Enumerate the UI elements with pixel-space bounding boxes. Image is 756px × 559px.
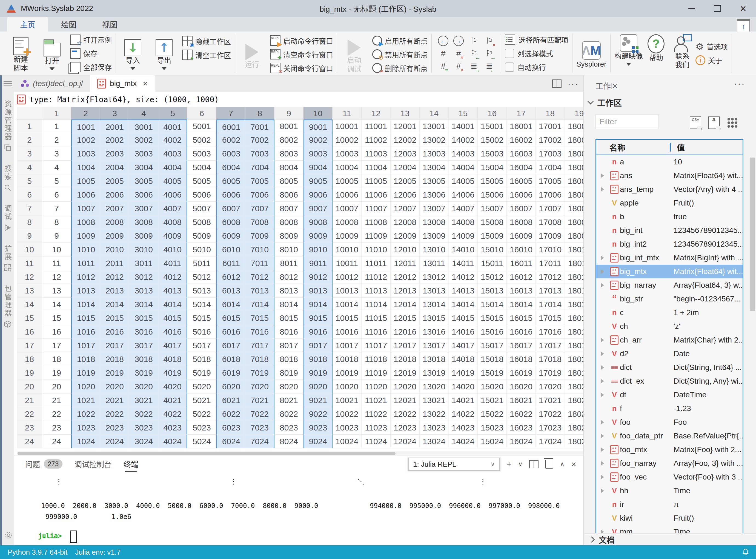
matrix-cell[interactable]: 15018 <box>478 352 507 366</box>
matrix-cell[interactable]: 18009 <box>565 229 583 243</box>
sysplorer-button[interactable]: ΛM Sysplorer <box>576 31 606 75</box>
matrix-cell[interactable]: 16017 <box>507 339 536 352</box>
matrix-cell[interactable]: 9003 <box>303 147 333 161</box>
open-button[interactable]: 打开 <box>39 36 65 70</box>
matrix-cell[interactable]: 2003 <box>100 147 129 161</box>
matrix-cell[interactable]: 17008 <box>536 216 565 229</box>
matrix-col-header[interactable]: 16 <box>478 107 507 119</box>
matrix-cell[interactable]: 2009 <box>100 229 129 243</box>
matrix-cell[interactable]: 7024 <box>246 434 274 448</box>
matrix-cell[interactable]: 4013 <box>158 284 187 297</box>
matrix-cell[interactable]: 17019 <box>536 366 565 380</box>
matrix-cell[interactable]: 2024 <box>100 434 129 448</box>
matrix-cell[interactable]: 11010 <box>362 243 391 256</box>
sidebar-item-search[interactable]: 搜索 <box>3 165 13 193</box>
matrix-cell[interactable]: 5016 <box>187 325 216 339</box>
matrix-cell[interactable]: 4001 <box>158 119 187 133</box>
matrix-cell[interactable]: 18022 <box>565 407 583 421</box>
matrix-cell[interactable]: 23 <box>42 421 71 434</box>
settings-gear-icon[interactable] <box>2 531 15 539</box>
matrix-cell[interactable]: 13010 <box>420 243 449 256</box>
matrix-cell[interactable]: 12010 <box>391 243 420 256</box>
matrix-cell[interactable]: 14015 <box>449 311 478 325</box>
matrix-cell[interactable]: 4003 <box>158 147 187 161</box>
terminal-output[interactable]: ⋮ ⋮ ⋱ ⋮ 1000.0 2000.0 3000.0 4000.0 5000… <box>14 472 583 546</box>
workspace-row-big_int2[interactable]: nbig_int2123456789012345... <box>596 237 742 251</box>
matrix-cell[interactable]: 9007 <box>303 202 333 216</box>
sidebar-item-package-manager[interactable]: 包管理器 <box>3 285 13 329</box>
matrix-cell[interactable]: 1013 <box>71 284 100 297</box>
matrix-cell[interactable]: 14009 <box>449 229 478 243</box>
matrix-cell[interactable]: 4010 <box>158 243 187 256</box>
matrix-row-header[interactable]: 6 <box>17 188 42 202</box>
matrix-cell[interactable]: 9016 <box>303 325 333 339</box>
matrix-cell[interactable]: 18014 <box>565 297 583 311</box>
expand-arrow-icon[interactable] <box>601 351 607 356</box>
matrix-cell[interactable]: 6 <box>42 188 71 202</box>
matrix-cell[interactable]: 4018 <box>158 352 187 366</box>
matrix-cell[interactable]: 3016 <box>129 325 158 339</box>
matrix-cell[interactable]: 3018 <box>129 352 158 366</box>
matrix-cell[interactable]: 6008 <box>216 216 246 229</box>
workspace-row-d2[interactable]: Vd2Date <box>596 347 742 361</box>
matrix-cell[interactable]: 20 <box>42 380 71 394</box>
matrix-cell[interactable]: 17023 <box>536 421 565 434</box>
matrix-cell[interactable]: 17 <box>42 339 71 352</box>
matrix-cell[interactable]: 16005 <box>507 174 536 188</box>
matrix-cell[interactable]: 6020 <box>216 380 246 394</box>
matrix-cell[interactable]: 1016 <box>71 325 100 339</box>
matrix-col-header[interactable]: 5 <box>158 107 187 119</box>
matrix-cell[interactable]: 8016 <box>274 325 303 339</box>
matrix-row-header[interactable]: 8 <box>17 216 42 229</box>
matrix-cell[interactable]: 2002 <box>100 133 129 147</box>
matrix-row-header[interactable]: 3 <box>17 147 42 161</box>
matrix-cell[interactable]: 9017 <box>303 339 333 352</box>
matrix-cell[interactable]: 13019 <box>420 366 449 380</box>
matrix-cell[interactable]: 7022 <box>246 407 274 421</box>
matrix-cell[interactable]: 13023 <box>420 421 449 434</box>
matrix-cell[interactable]: 13020 <box>420 380 449 394</box>
matrix-row-header[interactable]: 5 <box>17 174 42 188</box>
matrix-cell[interactable]: 17007 <box>536 202 565 216</box>
matrix-cell[interactable]: 11018 <box>362 352 391 366</box>
workspace-scrollbar[interactable] <box>750 158 755 311</box>
expand-arrow-icon[interactable] <box>601 488 607 493</box>
matrix-row-header[interactable]: 19 <box>17 366 42 380</box>
bookmark-next-icon[interactable]: ⚐→ <box>486 49 493 58</box>
matrix-row-header[interactable]: 20 <box>17 380 42 394</box>
expand-arrow-icon[interactable] <box>601 379 607 384</box>
matrix-cell[interactable]: 9021 <box>303 394 333 407</box>
matrix-cell[interactable]: 17015 <box>536 311 565 325</box>
matrix-cell[interactable]: 8013 <box>274 284 303 297</box>
expand-arrow-icon[interactable] <box>601 447 607 452</box>
matrix-cell[interactable]: 18001 <box>565 119 583 133</box>
save-all-button[interactable]: 全部保存 <box>70 61 112 73</box>
matrix-cell[interactable]: 1003 <box>71 147 100 161</box>
matrix-cell[interactable]: 1009 <box>71 229 100 243</box>
matrix-row-header[interactable]: 2 <box>17 133 42 147</box>
matrix-row-header[interactable]: 18 <box>17 352 42 366</box>
matrix-cell[interactable]: 5004 <box>187 161 216 174</box>
status-python-version[interactable]: Python 3.9.7 64-bit <box>8 548 67 557</box>
matrix-cell[interactable]: 16012 <box>507 270 536 284</box>
matrix-cell[interactable]: 18006 <box>565 188 583 202</box>
matrix-cell[interactable]: 17014 <box>536 297 565 311</box>
matrix-cell[interactable]: 3022 <box>129 407 158 421</box>
sidebar-item-debug[interactable]: 调试 <box>3 205 13 233</box>
clear-repl-button[interactable]: REPL✦ 清空命令行窗口 <box>270 48 333 60</box>
matrix-cell[interactable]: 12021 <box>391 394 420 407</box>
matrix-cell[interactable]: 16011 <box>507 256 536 270</box>
matrix-cell[interactable]: 2 <box>42 133 71 147</box>
matrix-cell[interactable]: 5012 <box>187 270 216 284</box>
matrix-cell[interactable]: 15004 <box>478 161 507 174</box>
matrix-cell[interactable]: 7009 <box>246 229 274 243</box>
workspace-row-big_narray[interactable]: big_narrayArray{Float64, 3} w... <box>596 278 742 292</box>
matrix-cell[interactable]: 1017 <box>71 339 100 352</box>
matrix-cell[interactable]: 16015 <box>507 311 536 325</box>
matrix-cell[interactable]: 1022 <box>71 407 100 421</box>
matrix-row-header[interactable]: 7 <box>17 202 42 216</box>
matrix-cell[interactable]: 13007 <box>420 202 449 216</box>
matrix-cell[interactable]: 3012 <box>129 270 158 284</box>
matrix-cell[interactable]: 16009 <box>507 229 536 243</box>
matrix-cell[interactable]: 8024 <box>274 434 303 448</box>
